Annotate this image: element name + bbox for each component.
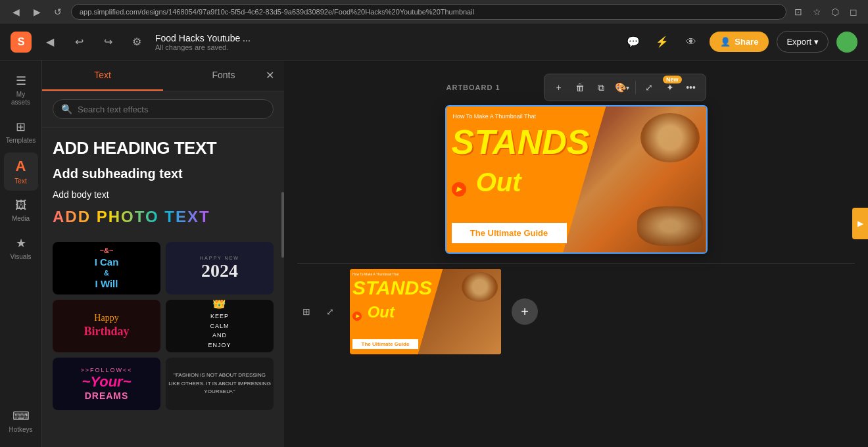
right-edge-expand-btn[interactable]: ▶: [852, 208, 868, 239]
sidebar-item-label: Visuals: [10, 253, 31, 261]
preview-btn[interactable]: 👁: [681, 32, 702, 53]
browser-bar: ◀ ▶ ↺ app.simplified.com/designs/1468054…: [0, 0, 868, 24]
effect-card-ican[interactable]: ~&~ I Can & I Will: [53, 242, 160, 294]
star-icon[interactable]: ☆: [810, 5, 823, 18]
user-avatar[interactable]: [836, 32, 857, 53]
effect-card-keepcalm[interactable]: 👑 KEEP CALM AND ENJOY LIFE: [166, 300, 274, 352]
add-page-button[interactable]: +: [512, 298, 538, 325]
magic-icon: ✦: [666, 82, 674, 93]
thumbnail-preview[interactable]: How To Make A Thumbnail That STANDS ▶ Ou…: [350, 269, 501, 354]
artboard-out-text: ▶ Out: [452, 169, 521, 197]
effect-card-follow[interactable]: >>FOLLOW<< ~Your~ DREAMS: [53, 358, 160, 410]
app-header: S ◀ ↩ ↪ ⚙ Food Hacks Youtube ... All cha…: [0, 24, 868, 60]
new-badge: New: [663, 76, 682, 83]
keep-calm-text: 👑 KEEP CALM AND ENJOY LIFE: [208, 300, 231, 352]
hotkeys-icon: ⌨: [12, 409, 30, 423]
profile-icon[interactable]: ◻: [847, 5, 860, 18]
add-subheading-text[interactable]: Add subheading text: [53, 166, 274, 181]
toolbar-resize-btn[interactable]: ⤢: [640, 78, 658, 97]
extension-icon[interactable]: ⬡: [829, 5, 842, 18]
header-redo-btn[interactable]: ↪: [97, 32, 118, 53]
toolbar-copy-btn[interactable]: ⧉: [592, 78, 610, 97]
tab-text[interactable]: Text: [42, 60, 163, 91]
sidebar-item-label: Hotkeys: [9, 426, 32, 434]
toolbar-divider: [635, 81, 636, 94]
artboard-subtitle: How To Make A Thumbnail That: [453, 113, 537, 120]
toolbar-resize-wrapper: ⤢: [640, 78, 658, 97]
canvas-area: ARTBOARD 1 + 🗑 ⧉ 🎨: [284, 60, 868, 447]
play-circle-icon: ▶: [452, 182, 466, 197]
panel-search-section: 🔍: [42, 91, 284, 128]
add-heading-text[interactable]: ADD HEADING TEXT: [53, 138, 274, 158]
thumbnail-bg: How To Make A Thumbnail That STANDS ▶ Ou…: [350, 269, 501, 354]
sidebar-item-media[interactable]: 🖼 Media: [4, 193, 38, 228]
main-artboard[interactable]: How To Make A Thumbnail That STANDS ▶ Ou…: [446, 106, 706, 252]
header-back-btn[interactable]: ◀: [39, 32, 60, 53]
sidebar-item-templates[interactable]: ⊞ Templates: [4, 114, 38, 150]
effect-card-2024[interactable]: HAPPY NEW 2024: [166, 242, 274, 294]
artboard-guide-box: The Ultimate Guide: [452, 223, 567, 243]
add-photo-text[interactable]: ADD PHOTO TEXT: [53, 208, 274, 226]
header-settings-btn[interactable]: ⚙: [126, 32, 147, 53]
thumbnail-out: ▶ Out: [352, 303, 395, 321]
artboard-section: ARTBOARD 1 + 🗑 ⧉ 🎨: [446, 74, 706, 252]
page-thumbnails-section: ⊞ ⤢ How To Make A Thumbnail That STANDS …: [297, 263, 855, 360]
browser-icons: ⊡ ☆ ⬡ ◻: [792, 5, 860, 18]
templates-icon: ⊞: [16, 120, 26, 134]
icon-sidebar: ☰ My assets ⊞ Templates A Text 🖼 Media ★…: [0, 60, 42, 447]
sidebar-item-hotkeys[interactable]: ⌨ Hotkeys: [4, 404, 38, 439]
sidebar-item-visuals[interactable]: ★ Visuals: [4, 231, 38, 266]
sidebar-item-label: My assets: [7, 91, 36, 106]
share-icon: 👤: [720, 37, 731, 47]
header-title: Food Hacks Youtube ...: [155, 33, 615, 43]
browser-url-bar[interactable]: app.simplified.com/designs/1468054/97a9f…: [71, 4, 786, 20]
sidebar-item-text[interactable]: A Text: [4, 153, 38, 191]
toolbar-style-btn[interactable]: 🎨 ▾: [613, 78, 631, 97]
artboard-guide-text: The Ultimate Guide: [460, 228, 559, 238]
artboard-label: ARTBOARD 1: [446, 83, 500, 91]
scrollbar-handle[interactable]: [281, 192, 284, 258]
pages-expand-icon[interactable]: ⤢: [321, 302, 339, 321]
comments-btn[interactable]: 💬: [623, 32, 644, 53]
artboard-header-row: ARTBOARD 1 + 🗑 ⧉ 🎨: [446, 74, 706, 101]
pages-grid-icon[interactable]: ⊞: [297, 302, 316, 321]
search-icon: 🔍: [61, 104, 72, 114]
toolbar-more-btn[interactable]: •••: [682, 78, 700, 97]
sidebar-item-label: Text: [14, 177, 26, 185]
fashion-text: "FASHION IS NOT ABOUT DRESSING LIKE OTHE…: [166, 369, 274, 399]
follow-text: >>FOLLOW<< ~Your~ DREAMS: [80, 367, 132, 401]
left-panel: Text Fonts ✕ 🔍 ADD HEADING TEXT Add subh…: [42, 60, 284, 447]
panel-close-button[interactable]: ✕: [260, 66, 279, 84]
add-body-text[interactable]: Add body text: [53, 189, 274, 200]
right-edge-icon: ▶: [857, 219, 863, 228]
sidebar-item-my-assets[interactable]: ☰ My assets: [4, 68, 38, 112]
export-button[interactable]: Export ▾: [777, 31, 829, 53]
export-chevron-icon: ▾: [814, 37, 819, 47]
visuals-icon: ★: [16, 236, 26, 250]
sidebar-item-label: Media: [12, 215, 30, 223]
birthday-text: Happy Birthday: [84, 312, 129, 340]
year-2024-text: HAPPY NEW 2024: [200, 256, 239, 281]
main-layout: ☰ My assets ⊞ Templates A Text 🖼 Media ★…: [0, 60, 868, 447]
browser-back-btn[interactable]: ◀: [8, 4, 24, 20]
lightning-btn[interactable]: ⚡: [652, 32, 673, 53]
url-text: app.simplified.com/designs/1468054/97a9f…: [80, 8, 474, 16]
browser-reload-btn[interactable]: ↺: [50, 4, 66, 20]
search-input[interactable]: [78, 105, 265, 114]
header-undo-btn[interactable]: ↩: [68, 32, 89, 53]
copy-icon: ⧉: [598, 82, 604, 93]
thumbnail-stands: STANDS: [352, 277, 432, 299]
share-button[interactable]: 👤 Share: [710, 32, 769, 52]
artboard-bg: How To Make A Thumbnail That STANDS ▶ Ou…: [446, 106, 706, 252]
effect-card-fashion[interactable]: "FASHION IS NOT ABOUT DRESSING LIKE OTHE…: [166, 358, 274, 410]
header-right: 💬 ⚡ 👁 👤 Share Export ▾: [623, 31, 857, 53]
effect-card-birthday[interactable]: Happy Birthday: [53, 300, 160, 352]
toolbar-magic-wrapper: ✦ New: [661, 78, 679, 97]
toolbar-delete-btn[interactable]: 🗑: [571, 78, 589, 97]
trash-icon: 🗑: [575, 82, 585, 93]
more-icon: •••: [686, 82, 696, 93]
toolbar-add-btn[interactable]: +: [550, 78, 568, 97]
browser-forward-btn[interactable]: ▶: [29, 4, 45, 20]
share-browser-icon[interactable]: ⊡: [792, 5, 805, 18]
sidebar-item-label: Templates: [6, 137, 36, 145]
